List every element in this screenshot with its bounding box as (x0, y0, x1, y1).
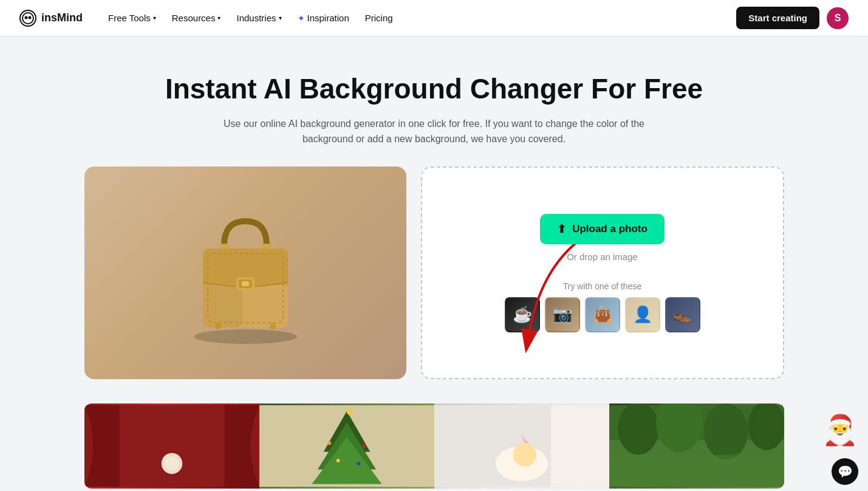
gallery-item-christmas (259, 403, 434, 489)
gallery-item-unicorn (434, 403, 609, 489)
nav-links: Free Tools ▾ Resources ▾ Industries ▾ ✦ … (102, 9, 399, 27)
upload-area[interactable]: ⬆ Upload a photo Or drop an image Try wi… (421, 167, 784, 379)
gallery-image-3 (434, 403, 609, 489)
chevron-down-icon: ▾ (217, 15, 220, 21)
navbar: insMind Free Tools ▾ Resources ▾ Industr… (0, 0, 868, 36)
logo[interactable]: insMind (19, 10, 83, 27)
hero-section: Instant AI Background Changer For Free U… (0, 36, 868, 167)
svg-point-35 (513, 443, 536, 466)
svg-point-29 (336, 459, 340, 462)
nav-resources[interactable]: Resources ▾ (166, 9, 227, 27)
svg-point-30 (357, 462, 360, 465)
chat-icon: 💬 (838, 464, 853, 479)
svg-point-42 (703, 403, 748, 459)
chevron-down-icon: ▾ (279, 15, 282, 21)
gallery-image-1 (84, 403, 259, 489)
santa-widget[interactable]: 🎅 (822, 406, 858, 455)
svg-rect-44 (609, 455, 784, 487)
coffee-icon: ☕ (513, 305, 532, 324)
gallery-image-2 (259, 403, 434, 489)
main-content: ⬆ Upload a photo Or drop an image Try wi… (70, 167, 799, 379)
upload-button[interactable]: ⬆ Upload a photo (540, 214, 665, 244)
svg-point-15 (270, 323, 276, 329)
camera-icon: 📷 (553, 305, 572, 324)
svg-point-26 (347, 410, 353, 416)
nav-inspiration[interactable]: ✦ Inspiration (292, 9, 355, 27)
try-thumbnails: ☕ 📷 👜 👤 👞 (437, 297, 768, 332)
try-label: Try with one of these (437, 281, 768, 291)
nav-free-tools-label: Free Tools (108, 13, 151, 23)
thumbnail-camera[interactable]: 📷 (545, 297, 580, 332)
svg-point-2 (29, 16, 32, 19)
person-icon: 👤 (633, 305, 652, 324)
svg-rect-33 (551, 405, 609, 487)
santa-icon: 🎅 (822, 413, 858, 447)
nav-industries[interactable]: Industries ▾ (230, 9, 287, 27)
logo-text: insMind (41, 12, 83, 24)
nav-pricing[interactable]: Pricing (359, 9, 399, 27)
nav-resources-label: Resources (172, 13, 216, 23)
nav-free-tools[interactable]: Free Tools ▾ (102, 9, 162, 27)
thumbnail-coffee[interactable]: ☕ (505, 297, 540, 332)
handbag-image (160, 188, 330, 358)
bottom-gallery (70, 403, 799, 489)
bag-icon: 👜 (593, 305, 612, 324)
hero-title: Instant AI Background Changer For Free (15, 73, 853, 105)
chat-widget[interactable]: 💬 (832, 458, 858, 485)
shoes-icon: 👞 (673, 305, 692, 324)
sparkle-icon: ✦ (298, 13, 305, 23)
nav-pricing-label: Pricing (365, 13, 393, 23)
nav-industries-label: Industries (236, 13, 276, 23)
hero-subtitle: Use our online AI background generator i… (210, 116, 659, 147)
thumbnail-person[interactable]: 👤 (625, 297, 660, 332)
svg-point-27 (327, 441, 331, 445)
thumbnail-shoes[interactable]: 👞 (665, 297, 700, 332)
navbar-right: Start creating S (736, 7, 849, 29)
logo-icon (19, 10, 36, 27)
upload-button-label: Upload a photo (572, 223, 648, 235)
svg-point-1 (25, 16, 28, 19)
svg-point-21 (165, 456, 179, 470)
nav-inspiration-label: Inspiration (307, 13, 349, 23)
svg-point-0 (22, 13, 33, 24)
thumbnail-bag[interactable]: 👜 (585, 297, 620, 332)
svg-point-28 (362, 444, 366, 448)
product-preview (84, 167, 406, 379)
svg-rect-12 (242, 281, 249, 286)
navbar-left: insMind Free Tools ▾ Resources ▾ Industr… (19, 9, 399, 27)
start-creating-button[interactable]: Start creating (736, 7, 819, 29)
handbag-container (84, 167, 406, 379)
upload-icon: ⬆ (557, 222, 566, 236)
svg-point-3 (194, 329, 297, 344)
gallery-item-red-drapes (84, 403, 259, 489)
svg-point-40 (618, 403, 658, 455)
avatar[interactable]: S (827, 7, 849, 29)
chevron-down-icon: ▾ (153, 15, 156, 21)
drop-text: Or drop an image (567, 252, 638, 262)
gallery-item-forest (609, 403, 784, 489)
gallery-image-4 (609, 403, 784, 489)
svg-point-14 (215, 323, 221, 329)
try-section: Try with one of these ☕ 📷 👜 👤 👞 (437, 281, 768, 332)
